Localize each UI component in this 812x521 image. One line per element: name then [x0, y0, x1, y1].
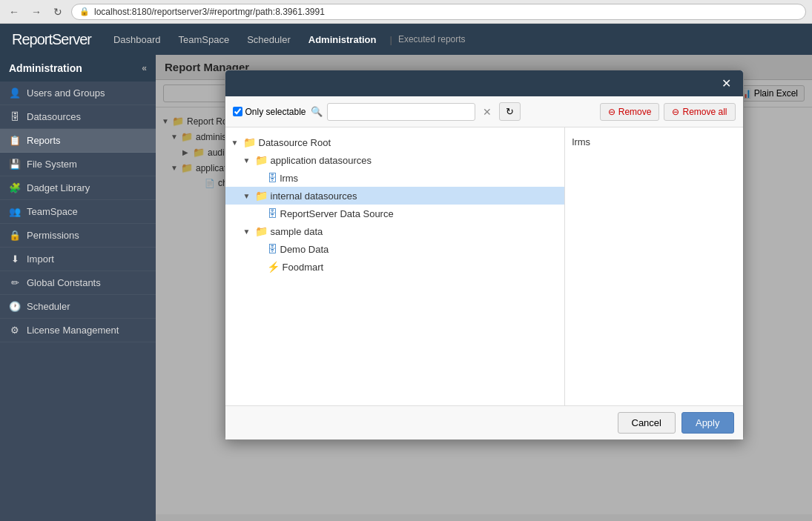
modal-search-clear-button[interactable]: ✕: [480, 106, 495, 118]
arrow-lrms: [255, 174, 264, 182]
users-groups-icon: 👤: [9, 87, 21, 99]
label-datasource-root: Datasource Root: [259, 137, 331, 148]
sidebar-label-datasources: Datasources: [27, 111, 81, 122]
folder-icon-sample-data: 📁: [255, 225, 268, 237]
label-lrms: lrms: [280, 173, 299, 184]
modal-close-button[interactable]: ✕: [719, 76, 734, 90]
arrow-demo-data: [255, 245, 264, 253]
search-icon: 🔍: [311, 106, 323, 117]
dadget-icon: 🧩: [9, 182, 21, 193]
content-area: Report Manager + - ↻ 📄 JRXML download 📊 …: [156, 55, 812, 521]
modal-tree-item-demo-data[interactable]: 🗄 Demo Data: [225, 240, 564, 258]
remove-all-button[interactable]: ⊖ Remove all: [664, 103, 735, 121]
modal-tree-item-internal-datasources[interactable]: ▼ 📁 internal datasources: [225, 187, 564, 205]
selected-item-lrms: lrms: [571, 133, 737, 150]
sidebar-title: Administration: [9, 62, 82, 74]
cancel-button[interactable]: Cancel: [618, 412, 676, 434]
browser-bar: ← → ↻ 🔒 localhost:8180/reportserver3/#re…: [0, 0, 812, 24]
modal-tree-item-datasource-root[interactable]: ▼ 📁 Datasource Root: [225, 133, 564, 151]
sidebar-label-license-management: License Management: [27, 325, 119, 336]
sidebar-item-reports[interactable]: 📋 Reports: [0, 129, 156, 153]
label-application-datasources: application datasources: [271, 155, 372, 166]
nav-teamspace[interactable]: TeamSpace: [171, 31, 237, 48]
reports-icon: 📋: [9, 135, 21, 146]
main-layout: Administration « 👤 Users and Groups 🗄 Da…: [0, 55, 812, 521]
apply-button[interactable]: Apply: [681, 412, 734, 434]
sidebar-item-users-and-groups[interactable]: 👤 Users and Groups: [0, 82, 156, 105]
label-sample-data: sample data: [271, 226, 323, 237]
datasource-tree-panel: ▼ 📁 Datasource Root ▼ 📁 application data…: [225, 127, 565, 405]
back-button[interactable]: ←: [6, 4, 22, 19]
modal-body: ▼ 📁 Datasource Root ▼ 📁 application data…: [225, 127, 743, 405]
modal-tree-item-application-datasources[interactable]: ▼ 📁 application datasources: [225, 151, 564, 169]
arrow-reportserver-datasource: [255, 210, 264, 218]
modal-tree-item-lrms[interactable]: 🗄 lrms: [225, 169, 564, 187]
arrow-sample-data: ▼: [243, 228, 252, 236]
label-foodmart: Foodmart: [283, 262, 324, 273]
license-icon: ⚙: [9, 325, 21, 336]
remove-all-label: Remove all: [682, 107, 727, 117]
modal-footer: Cancel Apply: [225, 405, 743, 439]
remove-button[interactable]: ⊖ Remove: [600, 103, 660, 121]
sidebar-label-teamspace: TeamSpace: [27, 206, 78, 217]
nav-scheduler[interactable]: Scheduler: [240, 31, 298, 48]
sidebar-item-dadget-library[interactable]: 🧩 Dadget Library: [0, 176, 156, 200]
sidebar-label-file-system: File System: [27, 159, 77, 170]
nav-administration[interactable]: Administration: [301, 31, 384, 48]
label-demo-data: Demo Data: [280, 244, 329, 255]
app-nav: Dashboard TeamSpace Scheduler Administra…: [106, 31, 800, 48]
modal-tree-item-sample-data[interactable]: ▼ 📁 sample data: [225, 222, 564, 240]
only-selectable-checkbox[interactable]: [233, 107, 242, 116]
sidebar-collapse-icon[interactable]: «: [142, 63, 147, 73]
nav-separator: |: [389, 34, 392, 45]
app-logo: ReportServer: [12, 31, 91, 48]
forward-button[interactable]: →: [28, 4, 44, 19]
sidebar-label-reports: Reports: [27, 135, 61, 146]
label-internal-datasources: internal datasources: [271, 190, 357, 202]
teamspace-icon: 👥: [9, 206, 21, 217]
file-system-icon: 💾: [9, 159, 21, 170]
permissions-icon: 🔒: [9, 230, 21, 241]
modal-header: ✕: [225, 70, 743, 96]
logo-light: Server: [52, 31, 91, 47]
modal-refresh-button[interactable]: ↻: [499, 102, 521, 121]
sidebar-label-global-constants: Global Constants: [27, 277, 101, 288]
db-icon-lrms: 🗄: [267, 172, 277, 184]
datasource-selector-modal: ✕ Only selectable 🔍 ✕ ↻ ⊖ Remove: [225, 70, 744, 440]
global-constants-icon: ✏: [9, 277, 21, 288]
remove-all-icon: ⊖: [672, 107, 679, 117]
sidebar-item-file-system[interactable]: 💾 File System: [0, 153, 156, 176]
modal-search-input[interactable]: [327, 103, 475, 121]
arrow-application-datasources: ▼: [243, 156, 252, 165]
sidebar-item-teamspace[interactable]: 👥 TeamSpace: [0, 200, 156, 224]
modal-toolbar: Only selectable 🔍 ✕ ↻ ⊖ Remove ⊖ Remove …: [225, 96, 743, 127]
folder-icon-application-datasources: 📁: [255, 154, 268, 166]
modal-tree-item-foodmart[interactable]: ⚡ Foodmart: [225, 258, 564, 276]
datasources-icon: 🗄: [9, 111, 21, 122]
label-reportserver-datasource: ReportServer Data Source: [280, 208, 394, 219]
url-bar[interactable]: 🔒 localhost:8180/reportserver3/#reportmg…: [71, 4, 806, 20]
sidebar-item-license-management[interactable]: ⚙ License Management: [0, 319, 156, 342]
db-icon-demo-data: 🗄: [267, 243, 277, 255]
sidebar-label-dadget-library: Dadget Library: [27, 182, 90, 193]
scheduler-icon: 🕐: [9, 301, 21, 312]
sidebar-item-import[interactable]: ⬇ Import: [0, 248, 156, 271]
modal-overlay: ✕ Only selectable 🔍 ✕ ↻ ⊖ Remove: [156, 55, 812, 521]
only-selectable-checkbox-label[interactable]: Only selectable: [233, 107, 306, 117]
sidebar-label-import: Import: [27, 253, 54, 265]
sidebar-item-datasources[interactable]: 🗄 Datasources: [0, 105, 156, 129]
sidebar-item-permissions[interactable]: 🔒 Permissions: [0, 224, 156, 248]
selected-datasources-panel: lrms: [565, 127, 743, 405]
sidebar-item-global-constants[interactable]: ✏ Global Constants: [0, 271, 156, 295]
modal-tree-item-reportserver-datasource[interactable]: 🗄 ReportServer Data Source: [225, 205, 564, 222]
only-selectable-label: Only selectable: [245, 107, 306, 117]
folder-icon-datasource-root: 📁: [243, 136, 256, 148]
refresh-button[interactable]: ↻: [50, 4, 65, 19]
url-text: localhost:8180/reportserver3/#reportmgr/…: [94, 7, 325, 17]
sidebar: Administration « 👤 Users and Groups 🗄 Da…: [0, 55, 156, 521]
nav-dashboard[interactable]: Dashboard: [106, 31, 168, 48]
sidebar-item-scheduler[interactable]: 🕐 Scheduler: [0, 295, 156, 319]
nav-executed-reports[interactable]: Executed reports: [398, 34, 466, 44]
arrow-foodmart: [255, 263, 264, 271]
sidebar-label-users-and-groups: Users and Groups: [27, 87, 105, 99]
